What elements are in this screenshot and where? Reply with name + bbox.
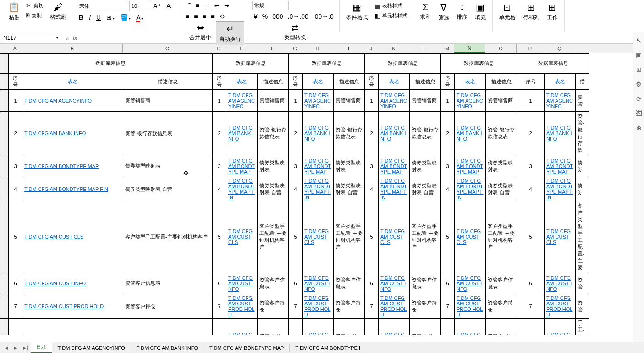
tab-item[interactable]: T DM CFG AM BONDTYPE I <box>290 344 366 352</box>
col-header-p[interactable]: P <box>517 44 544 53</box>
col-header-r[interactable] <box>575 44 589 53</box>
section-header[interactable]: 数据库表信息 <box>9 54 213 74</box>
table-name-link[interactable]: T DM CFG AM CUST CLS <box>545 201 576 272</box>
properties-icon[interactable]: ⊞ <box>636 66 642 73</box>
table-name-link[interactable]: T DM CFG AM CUST INFO <box>379 272 410 294</box>
table-name-link[interactable]: T DM CFG AM BANK INFO <box>303 112 334 155</box>
row-header[interactable] <box>0 112 9 155</box>
col-header-m[interactable]: M <box>440 44 454 53</box>
italic-button[interactable]: I <box>87 13 93 22</box>
col-header-g[interactable]: G <box>288 44 302 53</box>
col-header-f[interactable]: F <box>257 44 288 53</box>
table-row[interactable]: 4T DM CFG AM BONDTYPE MAP FIN债券类型映射表-自营4… <box>0 177 589 201</box>
filter-button[interactable]: ∇筛选 <box>435 1 452 22</box>
borders-button[interactable]: ⊞▾ <box>105 13 116 22</box>
table-name-link[interactable]: T DM CFG AM BANK INFO <box>226 112 258 155</box>
increase-indent-button[interactable]: ⇥ <box>222 1 231 10</box>
table-name-link[interactable]: T DM CFG AM AGENCYINFO <box>545 90 576 112</box>
fill-color-button[interactable]: 🪣▾ <box>118 13 132 22</box>
select-all-corner[interactable] <box>0 44 8 53</box>
merge-center-button[interactable]: ⬌ 合并居中 <box>187 21 214 43</box>
table-name-link[interactable]: T DM CFG AM BONDTYPE MAP <box>226 155 258 177</box>
spreadsheet-table[interactable]: 数据库表信息 数据库表信息 数据库表信息 数据库表信息 数据库表信息 数据库表信… <box>0 53 589 335</box>
table-name-link[interactable]: T DM CFG AM CUST CLS <box>455 201 486 272</box>
col-header-i[interactable]: I <box>333 44 364 53</box>
table-row[interactable]: 8T DM CFG AM LITIGAREL SITU手工-资管-涉诉情况表8T… <box>0 319 589 336</box>
table-name-link[interactable]: T DM CFG AM CUST PROD HOLD <box>379 294 410 319</box>
name-box[interactable]: N117 ▾ <box>0 33 61 43</box>
row-header[interactable] <box>0 177 9 201</box>
number-format-combo[interactable] <box>252 1 289 10</box>
cut-button[interactable]: ✂剪切 <box>24 1 45 10</box>
row-header[interactable] <box>0 90 9 112</box>
col-header-h[interactable]: H <box>302 44 333 53</box>
align-center-button[interactable]: ≡ <box>192 12 199 21</box>
table-name-link[interactable]: T DM CFG AM BANK INFO <box>455 112 486 155</box>
header-desc[interactable]: 描述信息 <box>123 74 213 90</box>
table-name-link[interactable]: T DM CFG AM BONDTYPE MAP FIN <box>379 177 410 201</box>
grid-body[interactable]: 数据库表信息 数据库表信息 数据库表信息 数据库表信息 数据库表信息 数据库表信… <box>0 53 644 335</box>
table-name-link[interactable]: T DM CFG AM AGENCYINFO <box>379 90 410 112</box>
paste-button[interactable]: 📋 粘贴 <box>6 1 22 22</box>
row-header[interactable] <box>0 74 9 90</box>
increase-decimal-button[interactable]: .0→.00 <box>286 12 310 21</box>
decrease-indent-button[interactable]: ⇤ <box>212 1 221 10</box>
table-row[interactable]: 3T DM CFG AM BONDTYPE MAP债券类型映射表3T DM CF… <box>0 155 589 177</box>
table-name-link[interactable]: T DM CFG AM CUST PROD HOLD <box>22 294 123 319</box>
table-name-link[interactable]: T DM CFG AM LITIGAREL SITU <box>455 319 486 336</box>
row-header[interactable] <box>0 294 9 319</box>
bold-button[interactable]: B <box>77 13 85 22</box>
table-name-link[interactable]: T DM CFG AM LITIGAREL SITU <box>303 319 334 336</box>
col-header-b[interactable]: B <box>22 44 123 53</box>
table-name-link[interactable]: T DM CFG AM BANK INFO <box>22 112 123 155</box>
fill-button[interactable]: ▣填充 <box>472 1 489 22</box>
table-row[interactable]: 6T DM CFG AM CUST INFO资管客户信息表6T DM CFG A… <box>0 272 589 294</box>
section-header[interactable]: 数据库表信息 <box>365 54 441 74</box>
col-header-q[interactable]: Q <box>544 44 575 53</box>
formula-input[interactable] <box>81 33 639 43</box>
table-name-link[interactable]: T DM CFG AM CUST CLS <box>226 201 258 272</box>
percent-button[interactable]: % <box>260 12 270 21</box>
table-name-link[interactable]: T DM CFG AM BONDTYPE MAP FIN <box>226 177 258 201</box>
row-header[interactable] <box>0 201 9 272</box>
table-name-link[interactable]: T DM CFG AM LITIGAREL SITU <box>22 319 123 336</box>
table-name-link[interactable]: T DM CFG AM BONDTYPE MAP <box>545 155 576 177</box>
tab-nav-prev[interactable]: ▶ <box>11 345 20 350</box>
tab-item[interactable]: T DM CFG AM BONDTYPE MAP <box>204 344 290 352</box>
wrap-text-button[interactable]: ↵ 自动换行 <box>216 21 244 45</box>
cursor-icon[interactable]: ↖ <box>636 37 642 44</box>
col-header-a[interactable]: A <box>8 44 22 53</box>
decrease-font-button[interactable]: A̅⁻ <box>165 1 176 11</box>
tab-nav-last[interactable]: ▶| <box>20 345 31 350</box>
table-name-link[interactable]: T DM CFG AM CUST PROD HOLD <box>545 294 576 319</box>
table-name-link[interactable]: T DM CFG AM CUST CLS <box>379 201 410 272</box>
table-name-link[interactable]: T DM CFG AM CUST CLS <box>303 201 334 272</box>
table-name-link[interactable]: T DM CFG AM AGENCYINFO <box>455 90 486 112</box>
tab-nav-first[interactable]: ◀ <box>2 345 11 350</box>
table-name-link[interactable]: T DM CFG AM BONDTYPE MAP <box>303 155 334 177</box>
backup-icon[interactable]: ⟳ <box>636 95 642 103</box>
tab-item[interactable]: T DM CFG AM AGENCYINFO <box>52 344 131 352</box>
currency-button[interactable]: ¥ <box>252 12 259 21</box>
font-color-button[interactable]: A▾ <box>134 13 145 22</box>
settings-icon[interactable]: ⚙ <box>636 81 642 88</box>
header-tablename[interactable]: 表名 <box>22 74 123 90</box>
image-icon[interactable]: 🖼 <box>636 110 642 117</box>
decrease-decimal-button[interactable]: .00→.0 <box>311 12 336 21</box>
table-name-link[interactable]: T DM CFG AM BANK INFO <box>379 112 410 155</box>
underline-button[interactable]: U <box>94 13 103 22</box>
col-header-n[interactable]: N <box>454 44 485 53</box>
table-name-link[interactable]: T DM CFG AM BONDTYPE MAP FIN <box>22 177 123 201</box>
col-header-o[interactable]: O <box>485 44 517 53</box>
table-name-link[interactable]: T DM CFG AM CUST INFO <box>455 272 486 294</box>
table-name-link[interactable]: T DM CFG AM CUST CLS <box>22 201 123 272</box>
table-name-link[interactable]: T DM CFG AM CUST INFO <box>226 272 258 294</box>
table-name-link[interactable]: T DM CFG AM CUST PROD HOLD <box>455 294 486 319</box>
table-name-link[interactable]: T DM CFG AM AGENCYINFO <box>22 90 123 112</box>
conditional-format-button[interactable]: ▦ 条件格式 <box>343 1 371 22</box>
table-row[interactable]: 7T DM CFG AM CUST PROD HOLD资管客户持仓7T DM C… <box>0 294 589 319</box>
lock-icon[interactable]: ⊕ <box>636 125 642 132</box>
chevron-down-icon[interactable]: ▾ <box>56 36 58 40</box>
table-name-link[interactable]: T DM CFG AM CUST INFO <box>303 272 334 294</box>
search-icon[interactable]: ⌕ <box>66 35 69 41</box>
